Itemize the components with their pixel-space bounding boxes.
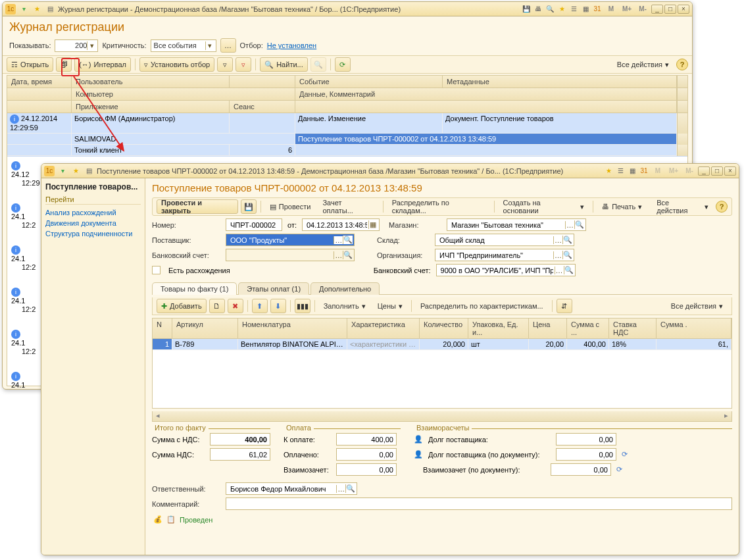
bank2-field[interactable]: …🔍 (436, 264, 576, 276)
memory-mminus[interactable]: M- (682, 166, 697, 176)
doc-title: Поступление товаров ЧПРТ-000002 от 04.12… (152, 182, 732, 193)
print-button[interactable]: 🖶Печать▾ (597, 199, 647, 214)
stamp-icon[interactable]: 📋 (166, 515, 176, 524)
show-count[interactable]: 200▾ (55, 39, 98, 52)
back-icon[interactable]: ▾ (57, 166, 68, 176)
refresh-button[interactable]: ⟳ (335, 57, 351, 72)
toolbar: ☶Открыть 🗐 (↔)Интервал ▿Установить отбор… (3, 55, 692, 74)
filter-cell-button[interactable]: ▿ (217, 57, 233, 72)
list-icon[interactable]: ☰ (615, 166, 626, 176)
printer-icon: 🖶 (602, 203, 609, 211)
post-button[interactable]: ▤Провести (265, 199, 316, 214)
find-clear-button[interactable]: 🔍 (310, 57, 326, 72)
close-button[interactable]: × (678, 5, 689, 14)
tab-additional[interactable]: Дополнительно (310, 282, 380, 295)
open-button[interactable]: ☶Открыть (7, 57, 53, 72)
help-icon[interactable]: ? (676, 59, 688, 70)
memory-mplus[interactable]: M+ (620, 4, 634, 14)
filter-link[interactable]: Не установлен (267, 41, 316, 49)
comment-field[interactable] (226, 497, 732, 510)
person-icon: 👤 (414, 435, 423, 444)
nav-link-0[interactable]: Анализ расхождений (45, 207, 141, 218)
criticality-settings-button[interactable]: … (220, 38, 236, 53)
col-session[interactable] (230, 76, 295, 88)
star-icon[interactable]: ★ (603, 166, 614, 176)
print-icon[interactable]: 🖶 (533, 4, 543, 14)
calendar-icon[interactable]: 31 (639, 166, 649, 176)
create-based-button[interactable]: Создать на основании▾ (499, 199, 589, 214)
scroll-up-button[interactable] (677, 76, 687, 88)
store-field[interactable]: …🔍 (447, 218, 586, 231)
set-filter-button[interactable]: ▿Установить отбор (139, 57, 214, 72)
calendar-icon[interactable]: 31 (592, 4, 603, 14)
save-icon[interactable]: 💾 (521, 4, 532, 14)
minimize-button[interactable]: _ (698, 166, 710, 176)
distribute-button[interactable]: Распределить по складам... (387, 199, 490, 214)
supplier-field[interactable]: …🔍 (226, 234, 355, 246)
col-event[interactable]: Событие (295, 76, 443, 88)
date-field[interactable]: ▦ (302, 218, 380, 231)
filter-label: Отбор: (240, 41, 263, 49)
nav-link-1[interactable]: Движения документа (45, 218, 141, 228)
distribute-chars-button[interactable]: Распределить по характеристикам... (416, 299, 548, 313)
doc-icon: ▤ (84, 166, 94, 176)
sum-vat-field: 400,00 (210, 433, 270, 445)
col-date[interactable]: Дата, время (7, 76, 72, 88)
money-icon[interactable]: 💰 (153, 515, 162, 524)
criticality-combo[interactable]: Все события▾ (151, 39, 216, 52)
calc-icon[interactable]: ▦ (627, 166, 637, 176)
list-icon[interactable]: ☰ (568, 4, 579, 14)
magnify-icon: 🔍 (264, 61, 274, 69)
calc-icon[interactable]: ▦ (580, 4, 591, 14)
back-icon[interactable]: ▾ (18, 4, 29, 14)
minimize-button[interactable]: _ (651, 5, 663, 14)
clear-filter-button[interactable]: ▿ (236, 57, 251, 72)
save-close-button[interactable]: Провести и закрыть (157, 199, 238, 214)
prices-button[interactable]: Цены▾ (373, 299, 407, 313)
expand-button[interactable]: ⇵ (557, 299, 572, 313)
responsible-field[interactable]: …🔍 (226, 482, 357, 495)
table-all-actions[interactable]: Все действия▾ (666, 299, 728, 313)
org-field[interactable]: …🔍 (435, 249, 574, 261)
discrepancy-checkbox[interactable] (152, 266, 161, 274)
fav-icon[interactable]: ★ (70, 166, 81, 176)
move-up-button[interactable]: ⬆ (252, 299, 268, 313)
interval-button[interactable]: (↔)Интервал (74, 57, 131, 72)
tab-payments[interactable]: Этапы оплат (1) (238, 282, 309, 295)
bank-field[interactable]: …🔍 (226, 249, 355, 261)
memory-mplus[interactable]: M+ (666, 166, 681, 176)
star-icon[interactable]: ★ (557, 4, 567, 14)
offset-button[interactable]: Зачет оплаты... (318, 199, 378, 214)
memory-mminus[interactable]: M- (635, 4, 650, 14)
refresh-icon[interactable]: ⟳ (622, 450, 631, 459)
add-row-button[interactable]: ✚Добавить (157, 299, 207, 313)
all-actions-button-2[interactable]: Все действия▾ (652, 199, 713, 214)
preview-icon[interactable]: 🔍 (545, 4, 555, 14)
delete-row-button[interactable]: ✖ (228, 299, 243, 313)
memory-m[interactable]: M (651, 166, 665, 176)
page-title: Журнал регистрации (9, 20, 685, 34)
refresh-icon[interactable]: ⟳ (616, 465, 626, 474)
help-icon[interactable]: ? (716, 201, 728, 213)
col-user[interactable]: Пользователь (72, 76, 230, 88)
col-metadata[interactable]: Метаданные (443, 76, 677, 88)
open-icon: ☶ (11, 61, 18, 69)
close-button[interactable]: × (724, 166, 736, 176)
tab-goods[interactable]: Товары по факту (1) (152, 282, 237, 295)
fav-icon[interactable]: ★ (32, 4, 42, 14)
memory-m[interactable]: M (604, 4, 618, 14)
number-field[interactable] (226, 218, 282, 231)
maximize-button[interactable]: □ (664, 5, 676, 14)
all-actions-button[interactable]: Все действия▾ (612, 57, 674, 72)
save-button[interactable]: 💾 (241, 199, 257, 214)
move-down-button[interactable]: ⬇ (270, 299, 286, 313)
fill-button[interactable]: Заполнить▾ (319, 299, 370, 313)
maximize-button[interactable]: □ (711, 166, 723, 176)
nav-link-2[interactable]: Структура подчиненности (45, 228, 141, 239)
find-button[interactable]: 🔍Найти... (260, 57, 308, 72)
barcode-button[interactable]: ▮▮▮ (295, 299, 310, 313)
warehouse-field[interactable]: …🔍 (435, 234, 574, 246)
copy-row-button[interactable]: 🗋 (209, 299, 225, 313)
show-label: Показывать: (9, 41, 51, 49)
nav-section: Перейти (45, 195, 141, 205)
